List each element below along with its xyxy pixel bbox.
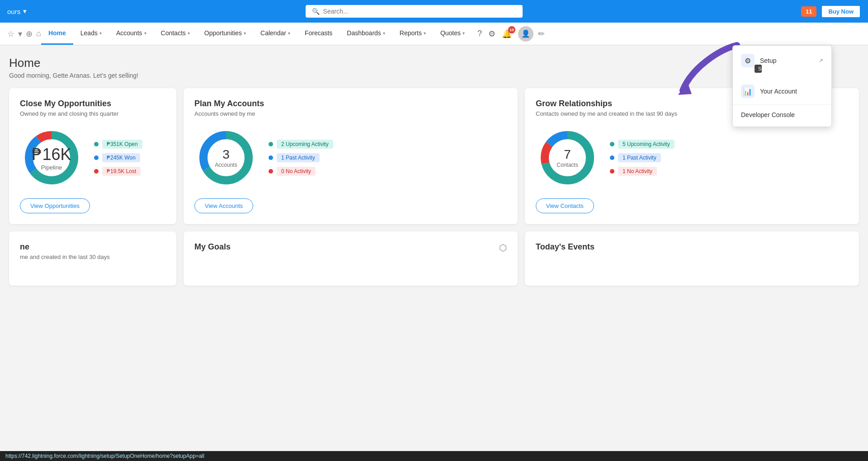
accounts-upcoming-dot — [269, 142, 273, 146]
opp-won-badge: ₱245K Won — [102, 153, 140, 162]
edit-nav-icon[interactable]: ✏ — [538, 29, 545, 39]
opp-legend-open: ₱351K Open — [94, 140, 142, 149]
leads-chevron: ▾ — [99, 31, 102, 36]
tab-home[interactable]: Home — [41, 23, 73, 45]
opp-pipeline-label: Pipeline — [32, 164, 71, 171]
bottom-left-card: ne me and created in the last 30 days — [9, 231, 176, 286]
accounts-upcoming: 2 Upcoming Activity — [269, 140, 333, 149]
home-icon[interactable]: ⌂ — [36, 29, 41, 38]
contacts-label: Contacts — [557, 162, 578, 168]
developer-console-label: Developer Console — [741, 111, 795, 118]
todays-events-card: Today's Events — [525, 231, 859, 286]
contacts-donut-center: 7 Contacts — [557, 147, 578, 168]
accounts-past-dot — [269, 155, 273, 160]
contacts-view-btn-row: View Contacts — [536, 198, 848, 213]
tab-dashboards[interactable]: Dashboards ▾ — [340, 23, 392, 45]
reports-chevron: ▾ — [424, 31, 426, 36]
contacts-donut-wrap: 7 Contacts — [536, 126, 599, 189]
contacts-upcoming: 5 Upcoming Activity — [610, 140, 675, 149]
opp-card-body: ₱16K Pipeline ₱351K Open ₱245K Won — [20, 126, 165, 189]
tab-contacts[interactable]: Contacts ▾ — [154, 23, 197, 45]
accounts-card-subtitle: Accounts owned by me — [194, 110, 507, 117]
app-name-area: ours ▾ — [7, 7, 27, 15]
your-account-icon: 📊 — [741, 85, 755, 98]
contacts-legend: 5 Upcoming Activity 1 Past Activity 1 No… — [610, 140, 675, 176]
accounts-noact-badge: 0 No Activity — [277, 167, 316, 176]
cal-chevron: ▾ — [288, 31, 290, 36]
setup-dropdown-setup-icon: ⚙ — [741, 54, 755, 67]
tab-reports[interactable]: Reports ▾ — [392, 23, 433, 45]
tab-forecasts[interactable]: Forecasts — [297, 23, 340, 45]
tab-opportunities[interactable]: Opportunities ▾ — [197, 23, 253, 45]
contacts-upcoming-dot — [610, 142, 614, 146]
contacts-noact-dot — [610, 169, 614, 174]
chevron-down-icon[interactable]: ▾ — [18, 29, 22, 39]
gear-icon[interactable]: ⚙ — [488, 29, 495, 39]
contacts-past-badge: 1 Past Activity — [618, 153, 661, 162]
top-bar-right: 11 Buy Now — [801, 5, 861, 18]
trial-badge[interactable]: 11 — [801, 6, 816, 17]
setup-dropdown: ⚙ Setup ↗ Setup 📊 Your Account Developer… — [732, 45, 832, 127]
setup-dropdown-account[interactable]: 📊 Your Account — [733, 80, 831, 103]
contacts-number: 7 — [557, 147, 578, 162]
buy-now-button[interactable]: Buy Now — [821, 5, 861, 18]
contacts-chevron: ▾ — [188, 31, 190, 36]
accounts-card: Plan My Accounts Accounts owned by me 3 … — [184, 88, 518, 224]
opp-legend: ₱351K Open ₱245K Won ₱19.5K Lost — [94, 140, 142, 176]
contacts-upcoming-badge: 5 Upcoming Activity — [618, 140, 675, 149]
nav-icons-left: ☆ ▾ ⊕ ⌂ — [7, 29, 41, 39]
setup-dropdown-setup[interactable]: ⚙ Setup ↗ — [733, 49, 831, 72]
opp-card-subtitle: Owned by me and closing this quarter — [20, 110, 165, 117]
accounts-no-activity: 0 No Activity — [269, 167, 333, 176]
notification-icon[interactable]: 🔔 10 — [502, 29, 512, 39]
app-chevron[interactable]: ▾ — [23, 7, 27, 15]
dropdown-divider — [733, 104, 831, 105]
my-goals-card: ⬡ My Goals — [184, 231, 518, 286]
view-opportunities-button[interactable]: View Opportunities — [20, 198, 90, 213]
goals-settings-icon[interactable]: ⬡ — [499, 242, 507, 253]
search-input[interactable] — [323, 8, 516, 15]
accounts-legend: 2 Upcoming Activity 1 Past Activity 0 No… — [269, 140, 333, 176]
accounts-past-badge: 1 Past Activity — [277, 153, 320, 162]
opp-won-dot — [94, 155, 99, 160]
contacts-noact-badge: 1 No Activity — [618, 167, 657, 176]
add-icon[interactable]: ⊕ — [26, 29, 33, 39]
nav-tabs: Home Leads ▾ Accounts ▾ Contacts ▾ Oppor… — [41, 23, 472, 45]
accounts-label: Accounts — [215, 162, 237, 168]
bottom-left-title: ne — [20, 242, 165, 252]
dash-chevron: ▾ — [383, 31, 385, 36]
notification-badge: 10 — [508, 26, 515, 33]
opp-card-title: Close My Opportunities — [20, 99, 165, 108]
accounts-past: 1 Past Activity — [269, 153, 333, 162]
your-account-label: Your Account — [760, 88, 797, 95]
quotes-chevron: ▾ — [462, 31, 465, 36]
search-area: 🔍 — [27, 5, 801, 18]
todays-events-title: Today's Events — [536, 242, 848, 252]
setup-label: Setup — [760, 57, 777, 64]
tab-accounts[interactable]: Accounts ▾ — [109, 23, 154, 45]
opp-legend-lost: ₱19.5K Lost — [94, 167, 142, 176]
avatar[interactable]: 👤 — [518, 26, 533, 42]
accounts-view-btn-row: View Accounts — [194, 198, 507, 213]
opp-view-btn-row: View Opportunities — [20, 198, 165, 213]
bottom-left-sub: me and created in the last 30 days — [20, 254, 165, 260]
accounts-donut-wrap: 3 Accounts — [194, 126, 258, 189]
search-bar: 🔍 — [306, 5, 523, 18]
tab-quotes[interactable]: Quotes ▾ — [433, 23, 472, 45]
star-icon[interactable]: ☆ — [7, 29, 14, 39]
view-accounts-button[interactable]: View Accounts — [194, 198, 253, 213]
question-icon[interactable]: ? — [477, 29, 482, 38]
opp-open-badge: ₱351K Open — [102, 140, 142, 149]
tab-leads[interactable]: Leads ▾ — [73, 23, 109, 45]
opp-big-number: ₱16K — [32, 145, 71, 164]
view-contacts-button[interactable]: View Contacts — [536, 198, 594, 213]
setup-dropdown-developer[interactable]: Developer Console — [733, 107, 831, 123]
nav-icons-right: ? ⚙ 🔔 10 👤 — [477, 26, 533, 42]
opp-lost-badge: ₱19.5K Lost — [102, 167, 141, 176]
cards-row: Close My Opportunities Owned by me and c… — [9, 88, 859, 224]
my-goals-title: My Goals — [194, 242, 507, 252]
tab-calendar[interactable]: Calendar ▾ — [253, 23, 297, 45]
bottom-row: ne me and created in the last 30 days ⬡ … — [9, 231, 859, 286]
opportunities-card: Close My Opportunities Owned by me and c… — [9, 88, 176, 224]
setup-tooltip: Setup — [755, 65, 762, 73]
